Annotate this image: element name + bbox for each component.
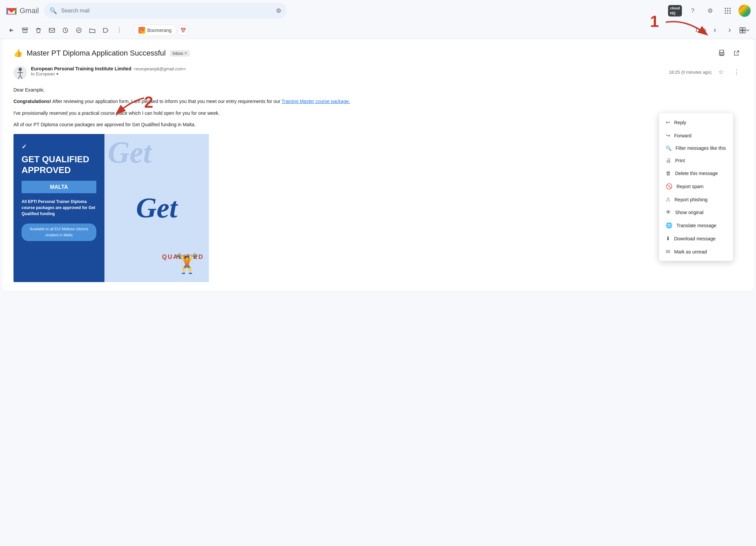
page-count: 1 of 6 (695, 28, 706, 33)
help-button[interactable]: ? (686, 4, 699, 18)
next-email-button[interactable] (724, 24, 736, 36)
search-filter-icon[interactable]: ⚙ (276, 7, 281, 14)
sender-email: <europeanpti@gmail.com> (133, 66, 186, 71)
snooze-button[interactable] (59, 24, 71, 36)
sender-name: European Personal Training Institute Lim… (31, 66, 131, 71)
to-text: to European (31, 71, 55, 76)
search-icon: 🔍 (50, 7, 57, 14)
top-right-icons: cloudHQ ? ⚙ (668, 4, 751, 18)
translate-menu-item[interactable]: 🌐 Translate message (659, 219, 733, 232)
label-icon (102, 27, 109, 34)
star-button[interactable]: ☆ (715, 66, 727, 78)
print-menu-item[interactable]: 🖨 Print (659, 154, 733, 167)
svg-point-3 (725, 8, 726, 9)
boomerang-button[interactable]: 🪃 Boomerang (133, 25, 177, 36)
calendar-button[interactable]: 📅 (178, 25, 188, 35)
archive-icon (22, 27, 28, 34)
funding-paragraph: All of our PT Diploma course packages ar… (13, 121, 743, 128)
inbox-label: Inbox (172, 51, 183, 56)
reply-icon: ↩ (666, 119, 670, 126)
figure-icon: 🏋️ (175, 248, 199, 279)
external-link-icon (733, 50, 740, 57)
waffle-icon (724, 7, 731, 14)
malta-badge: MALTA (22, 181, 96, 194)
search-bar[interactable]: 🔍 ⚙ (44, 3, 287, 19)
sender-meta: 18:25 (0 minutes ago) ☆ ⋮ (669, 66, 743, 78)
delete-button[interactable] (32, 24, 44, 36)
svg-point-11 (729, 12, 731, 14)
google-apps-button[interactable] (721, 4, 734, 18)
gmail-m-icon (5, 5, 18, 17)
more-options-button[interactable]: ⋮ (730, 66, 743, 78)
banner-right: Get Get QUALIFIED 🏋️ (104, 134, 209, 282)
svg-point-9 (725, 12, 726, 14)
spam-icon: 🚫 (666, 183, 672, 190)
reply-menu-item[interactable]: ↩ Reply (659, 116, 733, 129)
get-watermark: Get (108, 137, 152, 168)
svg-rect-20 (740, 31, 742, 33)
add-task-button[interactable] (73, 24, 85, 36)
bold-text: Congratulations! (13, 99, 51, 104)
gmail-logo: Gmail (5, 5, 39, 17)
task-icon (75, 27, 82, 34)
svg-point-26 (19, 68, 22, 71)
svg-rect-12 (22, 28, 28, 29)
unread-label: Mark as unread (674, 249, 707, 254)
phishing-icon: ⚠ (666, 196, 670, 203)
cloud-hq-badge[interactable]: cloudHQ (668, 5, 682, 17)
filter-menu-item[interactable]: 🔍 Filter messages like this (659, 142, 733, 154)
boomerang-label: Boomerang (147, 28, 171, 33)
archive-button[interactable] (19, 24, 31, 36)
forward-icon: ↪ (666, 132, 670, 139)
report-phishing-menu-item[interactable]: ⚠ Report phishing (659, 193, 733, 206)
dropdown-menu: ↩ Reply ↪ Forward 🔍 Filter messages like… (659, 113, 733, 261)
to-dropdown-icon[interactable]: ▾ (56, 71, 59, 76)
label-button[interactable] (100, 24, 112, 36)
print-button[interactable] (716, 47, 728, 59)
course-link[interactable]: Training Master course package. (282, 99, 350, 104)
mark-unread-button[interactable] (46, 24, 58, 36)
sender-avatar (13, 66, 27, 79)
back-button[interactable] (5, 24, 18, 36)
svg-point-7 (727, 10, 728, 11)
download-label: Download message (674, 236, 716, 241)
translate-label: Translate message (676, 223, 717, 228)
avatar[interactable] (738, 5, 751, 17)
move-to-button[interactable] (86, 24, 98, 36)
report-spam-menu-item[interactable]: 🚫 Report spam (659, 180, 733, 193)
email-area: 1 👍 Master PT Diploma Application Succes… (3, 39, 753, 290)
download-menu-item[interactable]: ⬇ Download message (659, 232, 733, 245)
search-input[interactable] (61, 8, 272, 14)
email-subject: 👍 Master PT Diploma Application Successf… (13, 49, 190, 58)
unread-icon: ✉ (666, 248, 670, 255)
svg-point-6 (725, 10, 726, 11)
email-body: Dear Example, Congratulations! After rev… (13, 86, 743, 282)
svg-rect-18 (740, 28, 742, 30)
inbox-badge-close[interactable]: × (185, 51, 187, 56)
inbox-badge: Inbox × (170, 50, 190, 57)
mark-unread-menu-item[interactable]: ✉ Mark as unread (659, 245, 733, 258)
open-in-new-button[interactable] (730, 47, 743, 59)
sender-row: European Personal Training Institute Lim… (13, 66, 743, 79)
delete-menu-item[interactable]: 🗑 Delete this message (659, 167, 733, 180)
next-icon (727, 28, 732, 33)
prev-icon (712, 28, 718, 33)
filter-label: Filter messages like this (675, 145, 726, 151)
more-toolbar-button[interactable]: ⋮ (113, 24, 125, 36)
toolbar: ⋮ 🪃 Boomerang 📅 1 of 6 (0, 22, 756, 39)
spam-label: Report spam (676, 184, 703, 189)
show-original-menu-item[interactable]: 👁 Show original (659, 206, 733, 219)
svg-line-29 (18, 75, 20, 79)
download-icon: ⬇ (666, 235, 670, 242)
to-line: to European ▾ (31, 71, 665, 76)
clock-icon (62, 27, 69, 34)
print-icon (718, 50, 725, 57)
forward-menu-item[interactable]: ↪ Forward (659, 129, 733, 142)
prev-email-button[interactable] (709, 24, 721, 36)
view-options-button[interactable] (738, 24, 751, 36)
sender-info: European Personal Training Institute Lim… (31, 66, 665, 76)
greeting-paragraph: Dear Example, (13, 86, 743, 94)
settings-button[interactable]: ⚙ (703, 4, 717, 18)
translate-icon: 🌐 (666, 222, 672, 229)
back-icon (8, 27, 15, 34)
